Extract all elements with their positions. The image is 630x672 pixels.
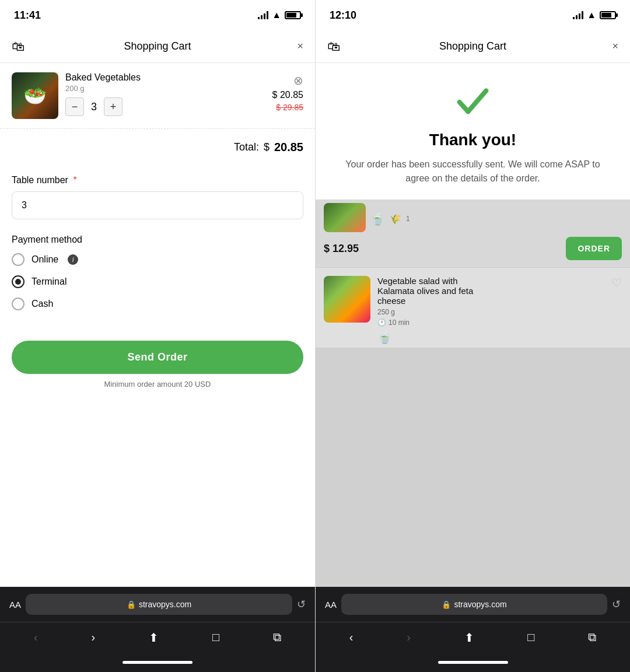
table-number-input[interactable]	[12, 191, 303, 219]
left-browser-bar: AA 🔒 stravopys.com ↺	[0, 587, 315, 622]
salad-weight: 250 g	[377, 308, 622, 316]
salad-item-content: Vegetable salad with Kalamata olives and…	[316, 268, 630, 348]
badge-number: 1	[406, 215, 410, 223]
total-label: Total:	[234, 141, 259, 153]
signal-icon	[258, 11, 268, 19]
cart-item-weight: 200 g	[65, 84, 265, 93]
reload-button[interactable]: ↺	[297, 598, 306, 611]
increase-qty-button[interactable]: +	[104, 97, 123, 116]
bookmarks-button[interactable]: □	[205, 626, 226, 649]
right-cart-title: Shopping Cart	[439, 40, 506, 52]
payment-method-section: Payment method Online i Terminal Cash	[0, 225, 315, 329]
right-close-button[interactable]: ×	[612, 40, 618, 52]
menu-price-row: $ 12.95 ORDER	[316, 232, 630, 268]
right-wifi-icon: ▲	[587, 10, 596, 20]
order-button[interactable]: ORDER	[566, 237, 622, 260]
wifi-icon: ▲	[272, 10, 281, 20]
right-forward-button[interactable]: ›	[400, 626, 418, 649]
payment-terminal-radio[interactable]	[12, 275, 24, 288]
share-button[interactable]: ⬆	[142, 626, 166, 649]
payment-cash-radio[interactable]	[12, 298, 24, 310]
right-home-bar	[438, 661, 508, 664]
right-browser-nav: ‹ › ⬆ □ ⧉	[316, 622, 630, 652]
right-home-indicator	[316, 652, 630, 672]
remove-item-button[interactable]	[293, 74, 303, 88]
qty-value: 3	[91, 101, 97, 113]
right-url-bar[interactable]: 🔒 stravopys.com	[341, 594, 607, 615]
right-tabs-button[interactable]: ⧉	[581, 626, 603, 649]
cart-content: Baked Vegetables 200 g − 3 + $ 20.85 $ 2…	[0, 63, 315, 587]
thank-you-message: Your order has been successfully sent. W…	[333, 158, 612, 186]
forward-button[interactable]: ›	[85, 626, 103, 649]
right-browser-bar: AA 🔒 stravopys.com ↺	[316, 587, 630, 622]
left-url-text: stravopys.com	[139, 600, 191, 609]
battery-icon	[285, 11, 301, 19]
leaf-icon: 🍵	[370, 212, 385, 226]
right-reload-button[interactable]: ↺	[612, 598, 621, 611]
table-number-label: Table number *	[12, 175, 303, 186]
menu-item-image-partial	[324, 203, 366, 232]
payment-method-label: Payment method	[12, 235, 303, 245]
left-status-bar: 11:41 ▲	[0, 0, 315, 30]
payment-online-label: Online	[32, 254, 58, 265]
left-url-bar[interactable]: 🔒 stravopys.com	[26, 594, 292, 615]
tabs-button[interactable]: ⧉	[266, 626, 288, 649]
clock-icon: 🕐	[377, 318, 386, 327]
salad-time: 🕐 10 min	[377, 318, 622, 327]
cart-item-name: Baked Vegetables	[65, 72, 265, 83]
left-time: 11:41	[14, 9, 41, 22]
cart-title: Shopping Cart	[124, 40, 191, 52]
qty-controls: − 3 +	[65, 97, 265, 116]
thank-you-section: Thank you! Your order has been successfu…	[316, 63, 630, 200]
total-value: 20.85	[274, 141, 303, 154]
bag-icon: 🛍	[12, 39, 24, 54]
payment-cash-option[interactable]: Cash	[12, 298, 303, 310]
salad-info: Vegetable salad with Kalamata olives and…	[377, 276, 622, 344]
payment-terminal-option[interactable]: Terminal	[12, 275, 303, 288]
salad-menu-item: Vegetable salad with Kalamata olives and…	[316, 268, 630, 348]
right-signal-icon	[573, 11, 583, 19]
price-current: $ 20.85	[272, 90, 303, 100]
total-currency: $	[264, 141, 270, 153]
close-button[interactable]: ×	[297, 40, 303, 52]
browser-aa-label[interactable]: AA	[9, 600, 21, 610]
left-cart-header: 🛍 Shopping Cart ×	[0, 30, 315, 63]
back-button[interactable]: ‹	[27, 626, 45, 649]
payment-cash-label: Cash	[32, 299, 53, 309]
right-browser-aa-label[interactable]: AA	[325, 600, 337, 610]
right-bookmarks-button[interactable]: □	[520, 626, 541, 649]
right-back-button[interactable]: ‹	[342, 626, 360, 649]
salad-title: Vegetable salad with Kalamata olives and…	[377, 276, 494, 306]
right-time: 12:10	[330, 9, 356, 22]
menu-price: $ 12.95	[324, 243, 359, 255]
price-original: $ 29.85	[276, 103, 303, 112]
grain-icon: 🌾	[390, 214, 401, 225]
required-star: *	[71, 175, 77, 185]
right-bag-icon: 🛍	[327, 39, 340, 54]
right-lock-icon: 🔒	[442, 600, 451, 609]
cart-item: Baked Vegetables 200 g − 3 + $ 20.85 $ 2…	[0, 63, 315, 129]
send-order-section: Send Order Minimum order amount 20 USD	[0, 329, 315, 404]
home-bar	[123, 661, 192, 664]
checkmark-icon	[453, 80, 494, 121]
favorite-icon[interactable]: ♡	[611, 276, 622, 290]
table-number-section: Table number *	[0, 166, 315, 225]
left-phone-panel: 11:41 ▲ 🛍 Shopping Cart × Bak	[0, 0, 315, 672]
left-browser-nav: ‹ › ⬆ □ ⧉	[0, 622, 315, 652]
menu-background: 🍵 🌾 1 $ 12.95 ORDER Vegetable salad with…	[316, 200, 630, 587]
right-share-button[interactable]: ⬆	[457, 626, 481, 649]
info-icon: i	[68, 254, 78, 265]
left-home-indicator	[0, 652, 315, 672]
left-status-icons: ▲	[258, 10, 301, 20]
payment-online-radio[interactable]	[12, 253, 24, 266]
right-status-bar: 12:10 ▲	[316, 0, 630, 30]
right-cart-header: 🛍 Shopping Cart ×	[316, 30, 630, 63]
cart-total: Total: $ 20.85	[0, 129, 315, 166]
payment-terminal-label: Terminal	[32, 276, 66, 287]
thank-you-title: Thank you!	[429, 131, 516, 149]
cart-item-image	[12, 72, 58, 119]
decrease-qty-button[interactable]: −	[65, 97, 84, 116]
payment-online-option[interactable]: Online i	[12, 253, 303, 266]
send-order-button[interactable]: Send Order	[12, 341, 303, 374]
salad-leaf-icon: 🍵	[377, 330, 392, 344]
